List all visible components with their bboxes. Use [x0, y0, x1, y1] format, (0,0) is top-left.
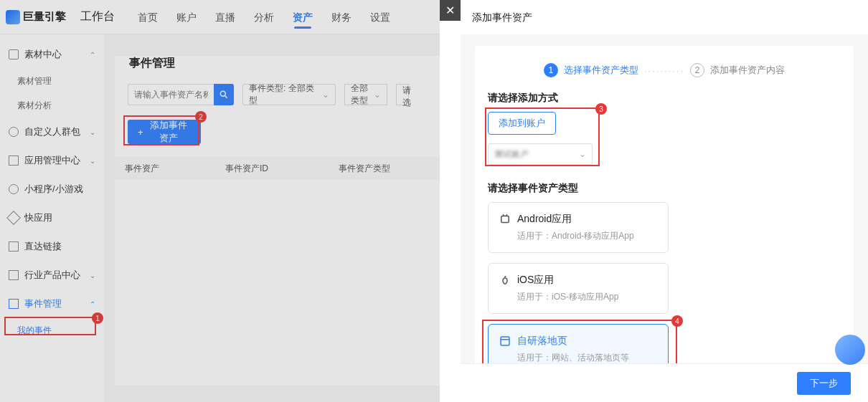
assistant-fab[interactable]	[835, 335, 865, 365]
drawer-footer: 下一步	[461, 363, 868, 402]
drawer-body: 1 选择事件资产类型 ·········· 2 添加事件资产内容 请选择添加方式…	[461, 34, 868, 363]
sidebar-group-miniapp[interactable]: 小程序/小游戏	[0, 175, 104, 204]
chevron-down-icon: ⌄	[374, 90, 381, 100]
add-method-wrap: 3 添加到账户 测试账户 ⌄	[488, 112, 603, 165]
event-icon	[9, 299, 19, 309]
sidebar-group-industry[interactable]: 行业产品中心 ⌄	[0, 261, 104, 289]
chevron-down-icon: ⌄	[322, 90, 329, 100]
sidebar-group-audience[interactable]: 自定义人群包 ⌄	[0, 118, 104, 146]
next-step-button[interactable]: 下一步	[797, 372, 851, 395]
nav-account[interactable]: 账户	[176, 0, 197, 34]
filter-all-type[interactable]: 全部类型⌄	[344, 84, 387, 105]
app-header: 巨量引擎 工作台 首页 账户 直播 分析 资产 财务 设置	[0, 0, 440, 34]
card-landing-wrap: 4 自研落地页 适用于：网站、活动落地页等	[488, 324, 669, 363]
main-app: 巨量引擎 工作台 首页 账户 直播 分析 资产 财务 设置 素材中心 ⌃ 素材管…	[0, 0, 440, 402]
nav-analysis[interactable]: 分析	[254, 0, 274, 34]
sidebar-label: 快应用	[24, 211, 52, 224]
sidebar-group-appmgmt[interactable]: 应用管理中心 ⌄	[0, 146, 104, 175]
app-icon	[9, 155, 19, 166]
annotation-box-2	[123, 115, 199, 145]
drawer-title: 添加事件资产	[461, 0, 868, 34]
miniapp-icon	[9, 184, 19, 194]
page-icon	[499, 335, 511, 348]
sidebar-label: 事件管理	[24, 297, 62, 310]
sidebar-group-quickapp[interactable]: 快应用	[0, 204, 104, 232]
svg-rect-2	[501, 337, 509, 345]
svg-point-0	[220, 91, 225, 96]
bolt-icon	[6, 211, 21, 225]
nav-finance[interactable]: 财务	[331, 0, 352, 34]
card-android[interactable]: Android应用 适用于：Android-移动应用App	[488, 202, 669, 253]
chevron-down-icon: ⌄	[90, 128, 95, 136]
step-divider: ··········	[644, 65, 684, 76]
users-icon	[9, 127, 19, 137]
close-icon: ✕	[445, 4, 455, 17]
sidebar-group-materials[interactable]: 素材中心 ⌃	[0, 40, 104, 69]
drawer-panel: 添加事件资产 1 选择事件资产类型 ·········· 2 添加事件资产内容 …	[461, 0, 868, 402]
card-subtitle: 适用于：iOS-移动应用App	[499, 291, 658, 303]
nav-live[interactable]: 直播	[215, 0, 235, 34]
step-2-number: 2	[690, 63, 704, 77]
card-subtitle: 适用于：网站、活动落地页等	[499, 352, 658, 363]
search-icon	[219, 90, 229, 100]
annotation-badge-2: 2	[195, 111, 207, 123]
chevron-up-icon: ⌃	[90, 300, 95, 308]
account-select-value: 测试账户	[494, 148, 529, 161]
filter-event-type[interactable]: 事件类型: 全部类型 ⌄	[242, 84, 336, 105]
page-title: 事件管理	[129, 56, 440, 71]
annotation-box-1	[4, 317, 96, 335]
search-button[interactable]	[214, 84, 234, 105]
logo: 巨量引擎	[0, 10, 72, 24]
brand-name: 巨量引擎	[23, 10, 66, 24]
stepper: 1 选择事件资产类型 ·········· 2 添加事件资产内容	[488, 63, 841, 77]
step-1-label: 选择事件资产类型	[564, 64, 638, 77]
grid-icon	[9, 270, 19, 280]
sidebar-label: 素材中心	[24, 48, 62, 61]
filter-extra[interactable]: 请选	[396, 84, 409, 105]
sidebar: 素材中心 ⌃ 素材管理 素材分析 自定义人群包 ⌄ 应用管理中心 ⌄ 小程序/小…	[0, 34, 104, 402]
sidebar-label: 应用管理中心	[24, 154, 80, 167]
annotation-badge-3: 3	[595, 103, 607, 115]
col-event-asset-id: 事件资产ID	[215, 163, 329, 175]
link-icon	[9, 241, 19, 252]
sidebar-item-my-events-wrapper: 1 我的事件	[0, 318, 104, 343]
sidebar-label: 小程序/小游戏	[24, 183, 83, 196]
col-event-asset-type: 事件资产类型	[329, 163, 440, 175]
card-title: Android应用	[517, 213, 572, 226]
card-landing-page[interactable]: 自研落地页 适用于：网站、活动落地页等	[488, 324, 669, 363]
step-2-label: 添加事件资产内容	[710, 64, 785, 77]
table-header-row: 事件资产 事件资产ID 事件资产类型	[115, 157, 440, 180]
sidebar-item-material-manage[interactable]: 素材管理	[0, 69, 104, 93]
content-panel: 事件管理 事件类型: 全部类型 ⌄ 全部类型⌄ 请选	[115, 56, 440, 386]
folder-icon	[9, 49, 19, 59]
asset-type-cards: Android应用 适用于：Android-移动应用App iOS应用 适用于：…	[488, 202, 841, 363]
section-asset-type-title: 请选择事件资产类型	[488, 182, 841, 195]
sidebar-label: 行业产品中心	[24, 269, 80, 282]
section-add-method-title: 请选择添加方式	[488, 92, 841, 105]
filter-toolbar: 事件类型: 全部类型 ⌄ 全部类型⌄ 请选	[115, 84, 440, 120]
close-drawer-button[interactable]: ✕	[440, 0, 461, 21]
sidebar-group-deeplink[interactable]: 直达链接	[0, 232, 104, 261]
search-input[interactable]	[128, 84, 214, 105]
sidebar-group-events[interactable]: 事件管理 ⌃	[0, 289, 104, 318]
card-ios[interactable]: iOS应用 适用于：iOS-移动应用App	[488, 263, 669, 314]
top-nav: 首页 账户 直播 分析 资产 财务 设置	[138, 0, 390, 34]
nav-settings[interactable]: 设置	[370, 0, 390, 34]
sidebar-label: 直达链接	[24, 240, 62, 253]
nav-assets[interactable]: 资产	[293, 0, 313, 34]
chevron-down-icon: ⌄	[90, 157, 95, 165]
chevron-down-icon: ⌄	[90, 272, 95, 279]
step-1-number: 1	[544, 63, 558, 77]
sidebar-item-material-analyze[interactable]: 素材分析	[0, 93, 104, 118]
workspace-label: 工作台	[72, 9, 123, 24]
android-icon	[499, 213, 511, 226]
nav-home[interactable]: 首页	[138, 0, 158, 34]
card-title: iOS应用	[517, 274, 554, 287]
annotation-badge-1: 1	[92, 312, 103, 324]
card-subtitle: 适用于：Android-移动应用App	[499, 230, 658, 242]
annotation-badge-4: 4	[671, 315, 683, 327]
col-event-asset: 事件资产	[115, 163, 215, 175]
apple-icon	[499, 274, 511, 287]
svg-rect-1	[501, 216, 509, 223]
content-area: 事件管理 事件类型: 全部类型 ⌄ 全部类型⌄ 请选	[115, 34, 440, 402]
